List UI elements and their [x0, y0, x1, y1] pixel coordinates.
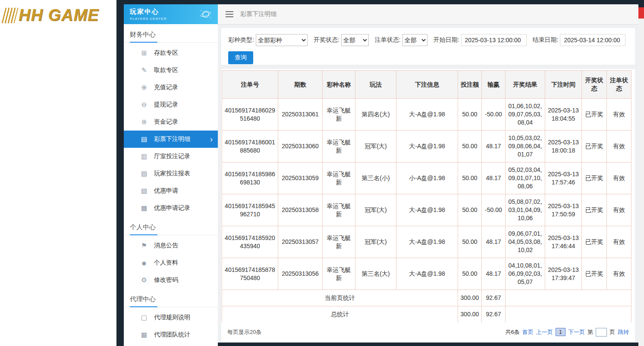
- agent-team-stats-icon: ▦: [139, 331, 149, 339]
- topbar: 彩票下注明细: [218, 4, 638, 25]
- draw-status-select[interactable]: 全部: [341, 34, 369, 46]
- column-header: 玩法: [355, 71, 396, 99]
- sidebar-item-label: 消息公告: [154, 242, 178, 249]
- section-title-agent: 代理中心: [124, 289, 218, 307]
- column-header: 注单号: [222, 71, 278, 99]
- table-cell: 2025-03-13 18:00:18: [545, 131, 582, 162]
- column-header: 输赢: [482, 71, 506, 99]
- table-cell: -50.00: [482, 194, 506, 226]
- lottery-type-label: 彩种类型:: [228, 36, 254, 44]
- lottery-bet-details-icon: ▤: [139, 135, 149, 143]
- column-header: 下注时间: [545, 71, 582, 99]
- column-header: 下注信息: [396, 71, 458, 99]
- announcements-icon: ⚑: [139, 242, 149, 249]
- sidebar-item-player-bet-report[interactable]: ▨玩家投注报表: [124, 165, 218, 182]
- draw-status-label: 开奖状态:: [314, 36, 339, 44]
- table-cell: 冠军(大): [355, 194, 396, 226]
- sidebar-item-hall-bet-records[interactable]: ▥厅室投注记录: [124, 148, 218, 165]
- summary-row: 当前页统计300.0092.67: [222, 290, 631, 306]
- menu-toggle-icon[interactable]: [226, 14, 233, 15]
- player-bet-report-icon: ▨: [139, 170, 149, 178]
- table-cell: 大-A盘@1.98: [396, 131, 458, 162]
- table-row: 40156917418594596271020250313058幸运飞艇新冠军(…: [222, 194, 631, 226]
- table-cell: 已开奖: [582, 162, 607, 194]
- sidebar-item-label: 厅室投注记录: [154, 153, 190, 160]
- notification-badge[interactable]: [638, 7, 644, 19]
- table-cell: 有效: [607, 162, 631, 194]
- end-date-input[interactable]: [560, 34, 625, 46]
- sidebar-item-change-password[interactable]: ⚙修改密码: [124, 271, 218, 289]
- table-row: 40156917418602951648020250313061幸运飞艇新第四名…: [222, 99, 631, 131]
- table-cell: 50.00: [458, 194, 482, 226]
- table-cell: 第三名(大): [355, 258, 396, 290]
- table-row: 40156917418587875048020250313056幸运飞艇新第三名…: [222, 258, 631, 290]
- table-cell: 有效: [607, 131, 631, 162]
- sidebar-item-profile[interactable]: ☻个人资料: [124, 254, 218, 271]
- table-cell: 2025-03-13 18:04:55: [545, 99, 582, 131]
- players-center-header: 玩家中心 PLAYERS CENTER: [124, 4, 218, 24]
- table-cell: 第三名(小): [355, 162, 396, 194]
- section-title-personal: 个人中心: [124, 217, 218, 235]
- column-header: 彩种名称: [323, 71, 355, 99]
- sidebar-item-deposit-zone[interactable]: ⊞存款专区: [124, 44, 218, 62]
- table-cell: 有效: [607, 258, 631, 290]
- logo-panel: HH GAME: [0, 0, 116, 346]
- current-page-indicator[interactable]: 1: [556, 328, 565, 336]
- table-cell: 48.17: [482, 258, 506, 290]
- table-cell: 幸运飞艇新: [323, 194, 355, 226]
- change-password-icon: ⚙: [139, 276, 149, 284]
- table-cell: 50.00: [458, 226, 482, 258]
- start-date-input[interactable]: [461, 34, 527, 46]
- table-cell: 20250313060: [278, 131, 323, 162]
- sidebar-item-lottery-bet-details[interactable]: ▤彩票下注明细›: [124, 131, 218, 148]
- logo[interactable]: HH GAME: [0, 0, 116, 31]
- table-cell: 大-A盘@1.98: [396, 258, 458, 290]
- table-cell: 04,10,08,01,06,09,02,03,05,07: [506, 258, 545, 290]
- table-cell: 20250313059: [278, 162, 323, 194]
- section-underline: [130, 42, 157, 43]
- sidebar-subtitle: PLAYERS CENTER: [130, 17, 166, 21]
- sidebar-item-promo-apply-records[interactable]: ▩优惠申请记录: [124, 199, 218, 217]
- sidebar-item-label: 存款专区: [154, 49, 178, 57]
- order-status-select[interactable]: 全部: [402, 34, 427, 46]
- summary-row: 总统计300.0092.67: [222, 306, 631, 323]
- table-cell: 10,05,03,02,09,08,06,04,01,07: [506, 131, 545, 162]
- query-button[interactable]: 查询: [228, 51, 253, 64]
- table-row: 40156917418598669813020250313059幸运飞艇新第三名…: [222, 162, 631, 194]
- order-status-label: 注单状态:: [375, 36, 401, 44]
- table-cell: 已开奖: [582, 99, 607, 131]
- sidebar-item-promo-apply[interactable]: ▧优惠申请: [124, 182, 218, 199]
- hall-bet-records-icon: ▥: [139, 153, 149, 160]
- table-cell: 冠军(大): [355, 131, 396, 162]
- summary-bet-total: 300.00: [458, 306, 482, 323]
- sidebar-item-withdraw-zone[interactable]: ✎取款专区: [124, 62, 218, 79]
- next-page-link[interactable]: 下一页: [568, 328, 585, 336]
- sidebar-title: 玩家中心: [130, 8, 166, 16]
- scrollbar[interactable]: [638, 0, 644, 346]
- table-cell: 48.17: [482, 131, 506, 162]
- lottery-type-select[interactable]: 全部彩种: [256, 34, 308, 46]
- prev-page-link[interactable]: 上一页: [536, 328, 553, 336]
- table-cell: 有效: [607, 194, 631, 226]
- page-jump-input[interactable]: [596, 328, 607, 337]
- page-size-text: 每页显示20条: [227, 328, 261, 336]
- table-cell: 第四名(大): [355, 99, 396, 131]
- sidebar-item-agent-team-stats[interactable]: ▦代理团队统计: [124, 326, 218, 343]
- withdraw-records-icon: ⊖: [139, 101, 149, 109]
- sidebar-item-fund-records[interactable]: ⊛资金记录: [124, 113, 218, 131]
- table-cell: 05,08,07,02,03,01,04,09,10,06: [506, 194, 545, 226]
- table-cell: 已开奖: [582, 194, 607, 226]
- sidebar-item-announcements[interactable]: ⚑消息公告: [124, 237, 218, 254]
- summary-winloss-total: 92.67: [482, 306, 506, 323]
- jump-button[interactable]: 跳转: [618, 328, 629, 336]
- sidebar-item-recharge-records[interactable]: ⊕充值记录: [124, 79, 218, 96]
- table-cell: 大-A盘@1.98: [396, 226, 458, 258]
- table-cell: 20250313056: [278, 258, 323, 290]
- table-cell: 401569174185986698130: [222, 162, 278, 194]
- sidebar-item-withdraw-records[interactable]: ⊖提现记录: [124, 96, 218, 113]
- table-cell: 2025-03-13 17:39:47: [545, 258, 582, 290]
- sidebar-item-agent-rules[interactable]: ▢代理规则说明: [124, 309, 218, 326]
- first-page-link[interactable]: 首页: [522, 328, 534, 336]
- start-date-label: 开始日期:: [434, 36, 459, 44]
- table-cell: 已开奖: [582, 258, 607, 290]
